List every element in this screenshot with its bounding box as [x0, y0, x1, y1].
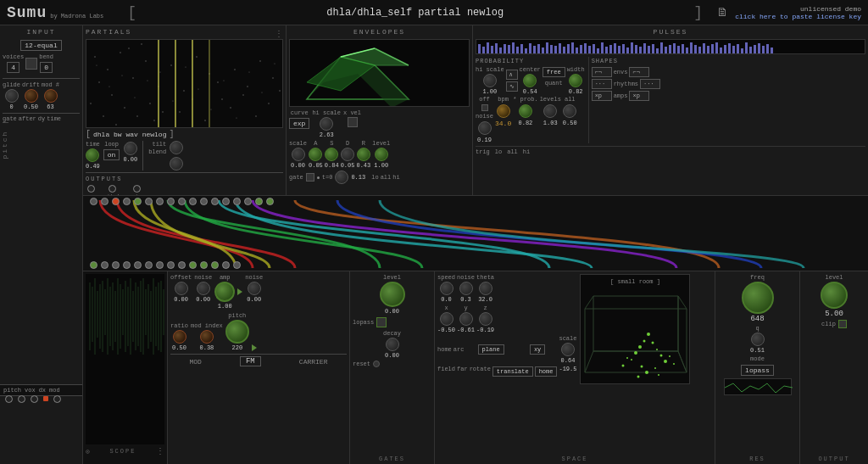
amps-shape-btn2[interactable]: ×p	[629, 91, 649, 101]
jack-t14[interactable]	[233, 198, 241, 205]
theta-knob[interactable]	[479, 282, 492, 295]
mod-knob[interactable]	[44, 89, 58, 103]
jack-t1[interactable]	[90, 198, 97, 205]
bend-value[interactable]: 0	[40, 62, 53, 73]
hi-scale-knob[interactable]	[483, 74, 497, 87]
prob-knob[interactable]	[519, 104, 532, 118]
clip-box[interactable]	[838, 320, 847, 328]
loop-value[interactable]: on	[103, 149, 120, 160]
jack-t7[interactable]	[156, 198, 164, 205]
envs-shape-btn[interactable]: ⌐¬	[592, 67, 612, 77]
paste-license[interactable]: click here to paste license key	[735, 13, 861, 20]
s-knob[interactable]	[325, 148, 338, 161]
jack-b8[interactable]	[167, 261, 175, 269]
tuning-box[interactable]: 12-equal	[3, 39, 80, 52]
time-knob[interactable]	[86, 148, 99, 162]
jack-vox[interactable]	[18, 395, 25, 403]
q-knob[interactable]	[751, 333, 765, 346]
rhythms-shape-btn[interactable]: ···	[592, 79, 612, 89]
jack-t16-green[interactable]	[255, 198, 263, 205]
jack-t12[interactable]	[211, 198, 219, 205]
jack-t5-green[interactable]	[134, 198, 142, 205]
jack-b4[interactable]	[123, 261, 131, 269]
shape-ramp[interactable]: ∧	[506, 70, 518, 80]
osc-noise2-knob[interactable]	[248, 282, 261, 295]
jack-t8[interactable]	[167, 198, 175, 205]
unison-btn[interactable]	[25, 58, 37, 70]
jack-t10[interactable]	[189, 198, 197, 205]
speed-knob[interactable]	[440, 282, 453, 295]
jack-mod[interactable]	[53, 395, 61, 403]
home2-box[interactable]: home	[535, 366, 558, 377]
pitch-jack[interactable]	[108, 185, 116, 193]
jack-b7[interactable]	[156, 261, 164, 269]
jack-t4[interactable]	[123, 198, 131, 205]
out-level-knob[interactable]	[821, 282, 848, 309]
levels-knob[interactable]	[543, 104, 557, 118]
glide-knob[interactable]	[5, 89, 19, 103]
all-knob[interactable]	[563, 104, 576, 118]
off-box[interactable]	[481, 104, 488, 111]
free-value[interactable]: free	[542, 67, 565, 77]
jack-b11[interactable]	[200, 261, 208, 269]
jack-t3-red[interactable]	[112, 198, 120, 205]
jack-dx[interactable]	[31, 395, 38, 403]
r-knob[interactable]	[357, 148, 370, 161]
tilt-knob[interactable]	[170, 141, 183, 154]
jack-t13[interactable]	[222, 198, 230, 205]
jack-b6[interactable]	[145, 261, 153, 269]
jack-t2[interactable]	[101, 198, 108, 205]
width-knob[interactable]	[569, 74, 582, 87]
z-knob[interactable]	[479, 312, 492, 326]
tuning-value[interactable]: 12-equal	[20, 40, 61, 51]
amp-knob[interactable]	[214, 282, 235, 302]
jack-b3[interactable]	[112, 261, 120, 269]
partials-menu[interactable]: ⋮	[275, 29, 283, 39]
jack-b12[interactable]	[211, 261, 219, 269]
x-knob[interactable]	[440, 312, 453, 326]
save-icon[interactable]: 🗎	[716, 6, 728, 20]
space-noise-knob[interactable]	[459, 282, 473, 295]
rhythms-shape-btn2[interactable]: ···	[640, 79, 660, 89]
shape-sine[interactable]: ∿	[506, 81, 518, 92]
envs-shape-btn2[interactable]: ⌐¬	[629, 67, 649, 77]
jack-t9[interactable]	[178, 198, 186, 205]
freq-knob[interactable]	[742, 282, 774, 314]
blend-knob2[interactable]	[170, 157, 183, 171]
hi-scale-knob[interactable]	[320, 117, 333, 131]
amp-jack[interactable]	[87, 185, 95, 193]
curve-value[interactable]: exp	[289, 118, 309, 129]
jack-b1[interactable]	[90, 261, 97, 269]
blend-knob[interactable]	[124, 142, 137, 155]
noise-knob[interactable]	[478, 121, 492, 135]
center-knob[interactable]	[523, 74, 537, 87]
jack-t15[interactable]	[244, 198, 252, 205]
jack-t6[interactable]	[145, 198, 153, 205]
osc-pitch-knob[interactable]	[225, 320, 249, 344]
drift-knob[interactable]	[25, 89, 38, 103]
jack-t17-green[interactable]	[266, 198, 274, 205]
jack-b5[interactable]	[134, 261, 142, 269]
jack-t11[interactable]	[200, 198, 208, 205]
d-knob[interactable]	[341, 148, 354, 161]
decay-knob[interactable]	[386, 338, 399, 351]
jack-b2[interactable]	[101, 261, 108, 269]
xy-box[interactable]: xy	[530, 344, 545, 355]
lopass-box[interactable]: lopass	[741, 365, 774, 376]
level-knob[interactable]	[375, 148, 388, 161]
osc-noise-knob[interactable]	[197, 282, 210, 295]
gates-level-knob[interactable]	[380, 282, 405, 307]
offset-knob[interactable]	[175, 282, 188, 295]
bpm-knob[interactable]	[497, 104, 510, 118]
scale-knob[interactable]	[561, 343, 575, 356]
lopass-box[interactable]	[376, 317, 387, 327]
ratio-knob[interactable]	[173, 330, 186, 344]
translate-box[interactable]: translate	[492, 366, 533, 377]
jack-pitch[interactable]	[5, 395, 13, 403]
jack-b14[interactable]	[233, 261, 241, 269]
voices-value[interactable]: 4	[7, 62, 19, 73]
a-knob[interactable]	[309, 148, 322, 161]
mod-index-knob[interactable]	[200, 330, 214, 344]
jack-b13[interactable]	[222, 261, 230, 269]
plane-box[interactable]: plane	[478, 344, 504, 355]
